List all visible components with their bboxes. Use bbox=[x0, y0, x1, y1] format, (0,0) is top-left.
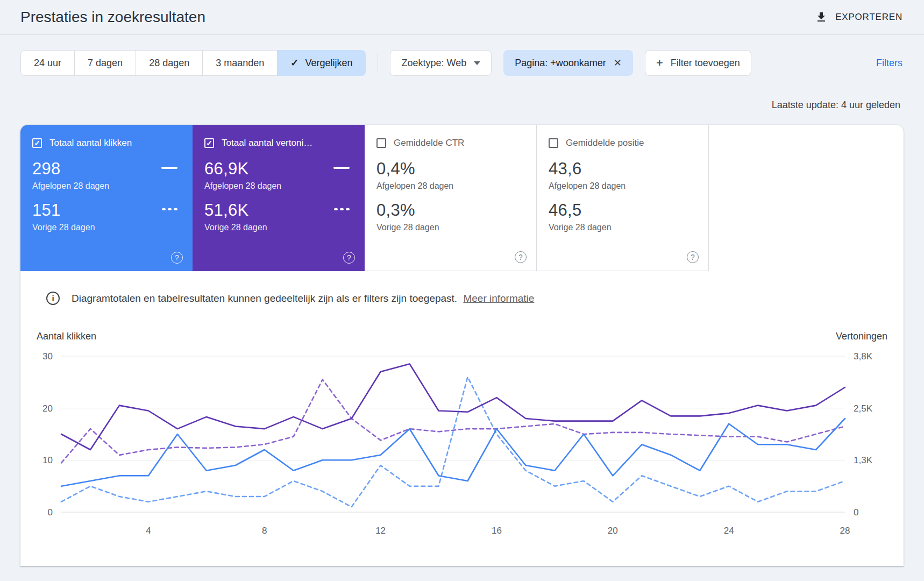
add-filter-button[interactable]: + Filter toevoegen bbox=[645, 50, 751, 76]
svg-text:4: 4 bbox=[146, 526, 151, 536]
performance-panel: ✓ Totaal aantal klikken 298 Afgelopen 28… bbox=[20, 125, 904, 566]
compare-button[interactable]: ✓ Vergelijken bbox=[278, 50, 366, 76]
info-icon: i bbox=[46, 292, 60, 305]
filter-separator bbox=[378, 54, 378, 72]
metric-title: Gemiddelde positie bbox=[566, 138, 644, 148]
solid-line-icon bbox=[161, 167, 177, 169]
metric-period-current: Afgelopen 28 dagen bbox=[376, 181, 453, 191]
solid-line-icon bbox=[333, 167, 350, 169]
svg-text:24: 24 bbox=[724, 526, 734, 536]
metric-card-clicks[interactable]: ✓ Totaal aantal klikken 298 Afgelopen 28… bbox=[20, 125, 193, 271]
metric-value-previous: 51,6K bbox=[204, 201, 267, 220]
dashed-line-icon bbox=[162, 208, 177, 210]
metric-period-current: Afgelopen 28 dagen bbox=[32, 181, 109, 191]
notice-text: Diagramtotalen en tabelresultaten kunnen… bbox=[72, 293, 457, 304]
metric-period-current: Afgelopen 28 dagen bbox=[204, 181, 281, 191]
svg-text:16: 16 bbox=[492, 526, 502, 536]
range-3m-button[interactable]: 3 maanden bbox=[203, 50, 278, 76]
range-3m-label: 3 maanden bbox=[216, 58, 264, 69]
checkbox-unchecked-icon[interactable] bbox=[549, 138, 558, 148]
metric-value-previous: 0,3% bbox=[376, 201, 439, 220]
metric-period-previous: Vorige 28 dagen bbox=[376, 223, 439, 232]
page-filter-label: Pagina: +woonkamer bbox=[515, 58, 606, 69]
metric-card-impressions[interactable]: ✓ Totaal aantal vertoni… 66,9K Afgelopen… bbox=[193, 125, 365, 271]
help-icon[interactable]: ? bbox=[515, 251, 527, 263]
check-icon: ✓ bbox=[290, 57, 298, 69]
metric-period-previous: Vorige 28 dagen bbox=[204, 223, 267, 232]
download-icon bbox=[815, 11, 828, 24]
chevron-down-icon bbox=[474, 61, 480, 65]
right-axis-label: Vertoningen bbox=[836, 331, 887, 342]
svg-text:28: 28 bbox=[840, 526, 850, 536]
metric-value-previous: 151 bbox=[32, 201, 95, 220]
svg-text:8: 8 bbox=[262, 526, 267, 536]
dashed-line-icon bbox=[334, 208, 350, 210]
filters-link[interactable]: Filters bbox=[876, 58, 902, 69]
checkbox-unchecked-icon[interactable] bbox=[376, 138, 386, 148]
svg-text:3,8K: 3,8K bbox=[854, 351, 873, 362]
filter-notice: i Diagramtotalen en tabelresultaten kunn… bbox=[20, 271, 904, 305]
close-icon[interactable]: ✕ bbox=[614, 57, 622, 69]
add-filter-label: Filter toevoegen bbox=[671, 58, 740, 69]
metric-period-previous: Vorige 28 dagen bbox=[32, 223, 95, 232]
date-range-group: 24 uur 7 dagen 28 dagen 3 maanden ✓ Verg… bbox=[20, 50, 366, 76]
page-header: Prestaties in zoekresultaten EXPORTEREN bbox=[0, 0, 924, 34]
metric-title: Totaal aantal klikken bbox=[49, 138, 132, 148]
help-icon[interactable]: ? bbox=[343, 252, 355, 264]
metric-value-current: 0,4% bbox=[376, 159, 453, 179]
metric-card-position[interactable]: Gemiddelde positie 43,6 Afgelopen 28 dag… bbox=[537, 125, 709, 271]
plus-icon: + bbox=[656, 57, 663, 69]
more-info-link[interactable]: Meer informatie bbox=[463, 293, 534, 304]
range-24h-button[interactable]: 24 uur bbox=[20, 50, 75, 76]
svg-text:2,5K: 2,5K bbox=[854, 403, 873, 414]
search-type-label: Zoektype: Web bbox=[401, 58, 466, 69]
metric-period-previous: Vorige 28 dagen bbox=[549, 223, 612, 232]
metric-tiles: ✓ Totaal aantal klikken 298 Afgelopen 28… bbox=[20, 125, 904, 271]
metric-period-current: Afgelopen 28 dagen bbox=[549, 181, 626, 191]
help-icon[interactable]: ? bbox=[687, 251, 699, 263]
last-update-text: Laatste update: 4 uur geleden bbox=[0, 76, 924, 125]
svg-text:30: 30 bbox=[42, 351, 53, 362]
metric-title: Totaal aantal vertoni… bbox=[222, 138, 312, 148]
metric-value-current: 298 bbox=[32, 159, 109, 179]
svg-text:1,3K: 1,3K bbox=[854, 455, 873, 465]
range-7d-label: 7 dagen bbox=[88, 58, 123, 69]
metric-value-current: 66,9K bbox=[204, 159, 281, 179]
page-title: Prestaties in zoekresultaten bbox=[20, 9, 205, 26]
metric-card-ctr[interactable]: Gemiddelde CTR 0,4% Afgelopen 28 dagen 0… bbox=[365, 125, 537, 271]
performance-chart: Aantal klikken Vertoningen 00101,3K202,5… bbox=[20, 331, 904, 540]
line-chart[interactable]: 00101,3K202,5K303,8K481216202428 bbox=[35, 349, 891, 538]
search-type-dropdown[interactable]: Zoektype: Web bbox=[390, 50, 492, 76]
svg-text:10: 10 bbox=[42, 455, 53, 465]
filter-bar: 24 uur 7 dagen 28 dagen 3 maanden ✓ Verg… bbox=[0, 35, 924, 76]
export-button[interactable]: EXPORTEREN bbox=[815, 11, 902, 24]
page-filter-chip[interactable]: Pagina: +woonkamer ✕ bbox=[503, 50, 633, 76]
metric-value-current: 43,6 bbox=[549, 159, 626, 179]
metric-value-previous: 46,5 bbox=[549, 201, 612, 220]
svg-text:0: 0 bbox=[48, 507, 53, 518]
svg-text:20: 20 bbox=[42, 403, 53, 414]
svg-text:20: 20 bbox=[608, 526, 618, 536]
compare-label: Vergelijken bbox=[305, 58, 352, 69]
left-axis-label: Aantal klikken bbox=[37, 331, 96, 342]
export-label: EXPORTEREN bbox=[835, 12, 902, 23]
svg-text:0: 0 bbox=[854, 507, 858, 518]
metric-title: Gemiddelde CTR bbox=[394, 138, 464, 148]
checkbox-checked-icon[interactable]: ✓ bbox=[204, 138, 214, 148]
range-24h-label: 24 uur bbox=[34, 58, 61, 69]
checkbox-checked-icon[interactable]: ✓ bbox=[32, 138, 42, 148]
range-28d-button[interactable]: 28 dagen bbox=[136, 50, 203, 76]
help-icon[interactable]: ? bbox=[171, 252, 183, 264]
range-7d-button[interactable]: 7 dagen bbox=[75, 50, 136, 76]
range-28d-label: 28 dagen bbox=[149, 58, 189, 69]
svg-text:12: 12 bbox=[375, 526, 386, 536]
